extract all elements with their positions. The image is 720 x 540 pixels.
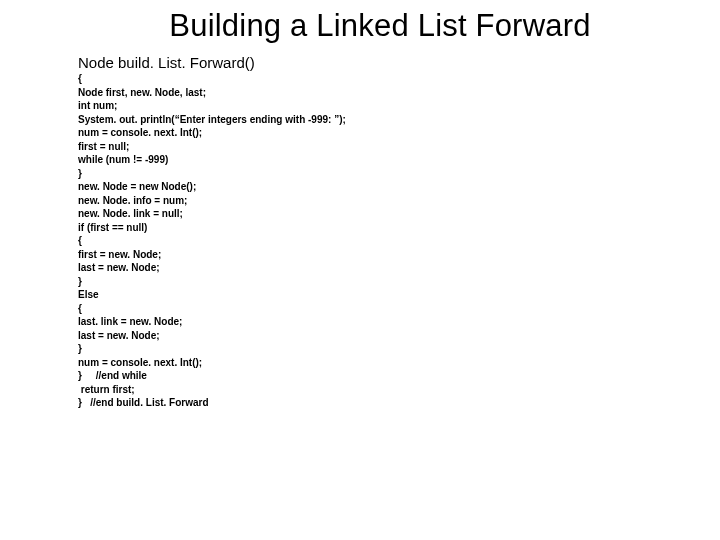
code-line: new. Node. info = num; <box>78 194 720 208</box>
code-line: } <box>78 167 720 181</box>
code-line: new. Node = new Node(); <box>78 180 720 194</box>
code-line: } //end while <box>78 369 720 383</box>
code-line: } <box>78 275 720 289</box>
code-line: num = console. next. Int(); <box>78 126 720 140</box>
code-line: { <box>78 302 720 316</box>
code-line: Node first, new. Node, last; <box>78 86 720 100</box>
code-line: return first; <box>78 383 720 397</box>
code-line: { <box>78 72 720 86</box>
code-line: first = null; <box>78 140 720 154</box>
code-line: if (first == null) <box>78 221 720 235</box>
code-line: new. Node. link = null; <box>78 207 720 221</box>
code-line: while (num != -999) <box>78 153 720 167</box>
code-line: Else <box>78 288 720 302</box>
method-signature: Node build. List. Forward() <box>78 54 720 71</box>
code-line: num = console. next. Int(); <box>78 356 720 370</box>
code-line: last. link = new. Node; <box>78 315 720 329</box>
code-line: last = new. Node; <box>78 261 720 275</box>
slide-content: Node build. List. Forward() { Node first… <box>0 54 720 410</box>
code-line: } <box>78 342 720 356</box>
code-line: System. out. println(“Enter integers end… <box>78 113 720 127</box>
code-line: { <box>78 234 720 248</box>
code-line: first = new. Node; <box>78 248 720 262</box>
slide-title: Building a Linked List Forward <box>0 8 720 44</box>
slide: Building a Linked List Forward Node buil… <box>0 0 720 540</box>
code-line: } //end build. List. Forward <box>78 396 720 410</box>
code-line: last = new. Node; <box>78 329 720 343</box>
code-line: int num; <box>78 99 720 113</box>
